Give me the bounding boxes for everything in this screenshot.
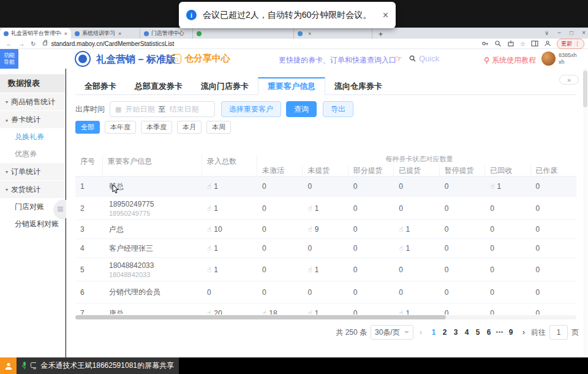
page-number[interactable]: 6 <box>483 328 494 337</box>
value-text: 0 <box>536 288 540 297</box>
cell-customer[interactable]: 1804884203318048842033 <box>103 258 202 281</box>
menu-dots-icon[interactable]: ⋮ <box>575 40 580 47</box>
tab-close-icon[interactable]: × <box>64 31 67 37</box>
quick-filter-本季度[interactable]: 本季度 <box>141 121 172 134</box>
page-number[interactable]: 3 <box>450 328 461 337</box>
next-page-icon[interactable]: › <box>520 328 527 337</box>
quick-filter-全部[interactable]: 全部 <box>75 121 100 134</box>
page-dots[interactable]: ••• <box>494 329 505 335</box>
cell-customer[interactable]: 客户经理张三 <box>103 239 202 258</box>
table-row[interactable]: 1韩总☝100000☝10 <box>75 177 576 197</box>
horizontal-scrollbar[interactable] <box>75 315 576 319</box>
back-icon[interactable]: ← <box>6 40 12 47</box>
maximize-icon[interactable]: □ <box>570 29 573 36</box>
table-row[interactable]: 7唐总☝20☝18☝10☝1000 <box>75 303 576 315</box>
chrome-update-button[interactable]: 更新⋮ <box>557 39 584 49</box>
date-range-input[interactable]: ▦ 开始日期 至 结束日期 <box>110 101 215 117</box>
pointer-icon[interactable]: ☝ <box>399 225 403 234</box>
prev-page-icon[interactable]: ‹ <box>417 328 424 337</box>
lock-icon[interactable] <box>43 42 47 45</box>
share-icon[interactable] <box>507 40 514 47</box>
new-tab-button[interactable]: + <box>379 30 383 39</box>
tab-close-icon[interactable]: × <box>308 31 311 37</box>
browser-tab[interactable]: 系统培训学习× <box>71 28 140 39</box>
page-number[interactable]: 4 <box>461 328 472 337</box>
search-button[interactable]: 查询 <box>286 101 317 117</box>
scrollbar-thumb[interactable] <box>75 315 446 319</box>
browser-tab[interactable] <box>193 28 294 39</box>
goto-page-input[interactable] <box>549 325 568 340</box>
page-size-select[interactable]: 30条/页 <box>371 325 413 340</box>
side-panel-icon[interactable] <box>531 40 538 47</box>
pointer-icon[interactable]: ☝ <box>207 204 211 213</box>
pointer-icon[interactable]: ☝ <box>307 309 312 315</box>
page-number[interactable]: 9 <box>505 328 516 337</box>
browser-tab[interactable]: 礼盒营销平台管理中心× <box>0 28 71 39</box>
cell-customer[interactable]: 分销代理的会员 <box>103 281 202 303</box>
table-row[interactable]: 51804884203318048842033☝10☝100000 <box>75 258 576 281</box>
cell-customer[interactable]: 唐总 <box>103 303 202 315</box>
pointer-icon[interactable]: ☝ <box>207 265 211 274</box>
share-center-link[interactable]: ⌂ 仓分享中心 <box>172 53 230 64</box>
participant-icon[interactable] <box>0 357 17 374</box>
quick-filter-本周[interactable]: 本周 <box>206 121 231 134</box>
function-nav-toggle[interactable]: 功能 导航 <box>0 49 18 69</box>
cell-customer[interactable]: 卢总 <box>103 220 202 239</box>
sidebar-item-兑换礼券[interactable]: 兑换礼券 <box>0 128 65 145</box>
tab-流向仓库券卡[interactable]: 流向仓库券卡 <box>325 77 391 95</box>
pointer-icon[interactable]: ☝ <box>207 244 211 253</box>
pointer-icon[interactable]: ☝ <box>307 225 312 234</box>
tab-search-icon[interactable]: ∨ <box>545 29 549 36</box>
tab-全部券卡[interactable]: 全部券卡 <box>75 77 126 95</box>
pointer-icon[interactable]: ☝ <box>490 182 494 191</box>
page-number[interactable]: 5 <box>472 328 483 337</box>
tab-重要客户信息[interactable]: 重要客户信息 <box>258 77 325 95</box>
zoom-icon[interactable] <box>494 40 502 47</box>
tab-流向门店券卡[interactable]: 流向门店券卡 <box>192 77 258 95</box>
toast-close-icon[interactable]: × <box>379 10 388 21</box>
close-icon[interactable]: × <box>582 29 586 36</box>
profile-icon[interactable] <box>544 40 551 47</box>
sidebar-item-优惠券[interactable]: 优惠券 <box>0 145 65 162</box>
sidebar-item-分销返利对账[interactable]: 分销返利对账 <box>0 215 65 232</box>
key-icon[interactable] <box>481 40 489 47</box>
pointer-icon[interactable]: ☝ <box>207 309 211 315</box>
table-row[interactable]: 3卢总☝100☝90☝1000 <box>75 220 576 239</box>
browser-tab[interactable]: 门店管理中心 <box>140 28 193 39</box>
bookmark-star-icon[interactable]: ☆ <box>520 40 526 47</box>
table-row[interactable]: 6分销代理的会员00000000 <box>75 281 576 303</box>
tab-close-icon[interactable]: × <box>118 31 121 37</box>
pointer-icon[interactable]: ☝ <box>307 204 312 213</box>
pointer-icon[interactable]: ☝ <box>207 182 211 191</box>
sidebar-item-商品销售统计[interactable]: ▾商品销售统计 <box>0 93 65 110</box>
pointer-icon[interactable]: ☝ <box>307 265 312 274</box>
page-number[interactable]: 1 <box>428 328 439 337</box>
tab-总部直发券卡[interactable]: 总部直发券卡 <box>126 77 192 95</box>
pointer-icon[interactable]: ☝ <box>399 309 403 315</box>
cell-customer[interactable]: 1895024977518950249775 <box>103 197 202 219</box>
pointer-icon[interactable]: ☝ <box>399 244 403 253</box>
reload-icon[interactable]: ↻ <box>31 40 36 47</box>
url-text[interactable]: standard.maboy.cn/CardMemberStatisticsLi… <box>51 40 174 47</box>
table-row[interactable]: 4客户经理张三☝1000☝1000 <box>75 239 576 258</box>
sidebar-item-券卡统计[interactable]: ▴券卡统计 <box>0 111 65 128</box>
vertical-scrollbar[interactable] <box>583 69 587 357</box>
user-avatar[interactable] <box>541 52 556 66</box>
pointer-icon[interactable]: ☝ <box>207 225 211 234</box>
select-customer-button[interactable]: 选择重要客户 <box>221 101 281 117</box>
forward-icon[interactable]: → <box>18 40 24 47</box>
tutorial-link[interactable]: 系统使用教程 <box>484 55 536 66</box>
sidebar-item-订单统计[interactable]: ▾订单统计 <box>0 163 65 180</box>
quick-filter-本年度[interactable]: 本年度 <box>105 121 136 134</box>
export-button[interactable]: 导出 <box>323 101 353 117</box>
sidebar-item-发货统计[interactable]: ▾发货统计 <box>0 181 65 198</box>
table-row[interactable]: 21895024977518950249775☝10☝100000 <box>75 197 576 220</box>
page-number[interactable]: 2 <box>439 328 450 337</box>
meeting-toast: i 会议已超过2人，自动转为60分钟限时会议。 × <box>179 2 396 28</box>
pointer-icon[interactable]: ☝ <box>262 309 266 315</box>
quick-filter-本月[interactable]: 本月 <box>177 121 202 134</box>
browser-tab[interactable]: × <box>294 28 372 39</box>
minimize-icon[interactable]: − <box>557 29 561 36</box>
vscroll-thumb[interactable] <box>583 71 587 107</box>
quick-search[interactable]: Quick <box>409 54 439 63</box>
